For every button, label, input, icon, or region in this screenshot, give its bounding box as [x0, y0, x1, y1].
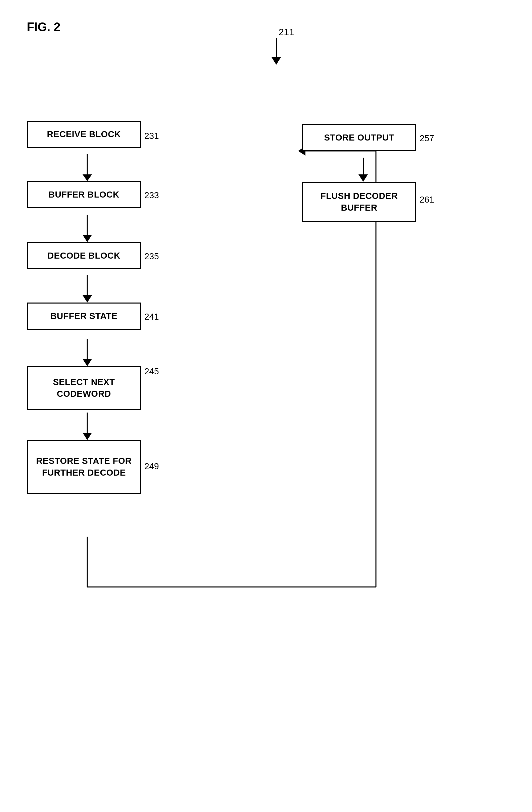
entry-arrow-label: 211 [279, 27, 294, 38]
restore-state-label: RESTORE STATE FOR FURTHER DECODE [27, 440, 141, 494]
box-buffer-block: BUFFER BLOCK [27, 181, 141, 208]
box-decode-block: DECODE BLOCK [27, 242, 141, 269]
box-buffer-state: BUFFER STATE [27, 303, 141, 330]
entry-arrow-head [271, 57, 281, 65]
svg-marker-5 [83, 295, 92, 303]
receive-block-label: RECEIVE BLOCK [27, 121, 141, 148]
svg-marker-1 [83, 174, 92, 181]
box-flush-decoder-buffer: FLUSH DECODER BUFFER [302, 182, 416, 222]
box-restore-state: RESTORE STATE FOR FURTHER DECODE [27, 440, 141, 494]
ref-249: 249 [144, 461, 159, 472]
buffer-block-label: BUFFER BLOCK [27, 181, 141, 208]
box-select-next-codeword: SELECT NEXT CODEWORD [27, 366, 141, 410]
ref-233: 233 [144, 190, 159, 201]
svg-marker-7 [83, 359, 92, 366]
svg-marker-3 [83, 235, 92, 242]
box-receive-block: RECEIVE BLOCK [27, 121, 141, 148]
svg-marker-9 [83, 433, 92, 440]
ref-241: 241 [144, 311, 159, 322]
ref-257: 257 [420, 133, 434, 144]
store-output-label: STORE OUTPUT [302, 124, 416, 151]
ref-235: 235 [144, 251, 159, 262]
page: FIG. 2 211 [0, 0, 532, 812]
ref-231: 231 [144, 131, 159, 141]
ref-245: 245 [144, 366, 159, 377]
box-store-output: STORE OUTPUT [302, 124, 416, 151]
figure-label: FIG. 2 [27, 20, 60, 34]
arrow-store-to-flush [359, 158, 368, 182]
select-next-codeword-label: SELECT NEXT CODEWORD [27, 366, 141, 410]
buffer-state-label: BUFFER STATE [27, 303, 141, 330]
entry-arrow: 211 [258, 27, 294, 65]
entry-arrow-line [276, 38, 277, 57]
flush-decoder-buffer-label: FLUSH DECODER BUFFER [302, 182, 416, 222]
decode-block-label: DECODE BLOCK [27, 242, 141, 269]
ref-261: 261 [420, 194, 434, 205]
